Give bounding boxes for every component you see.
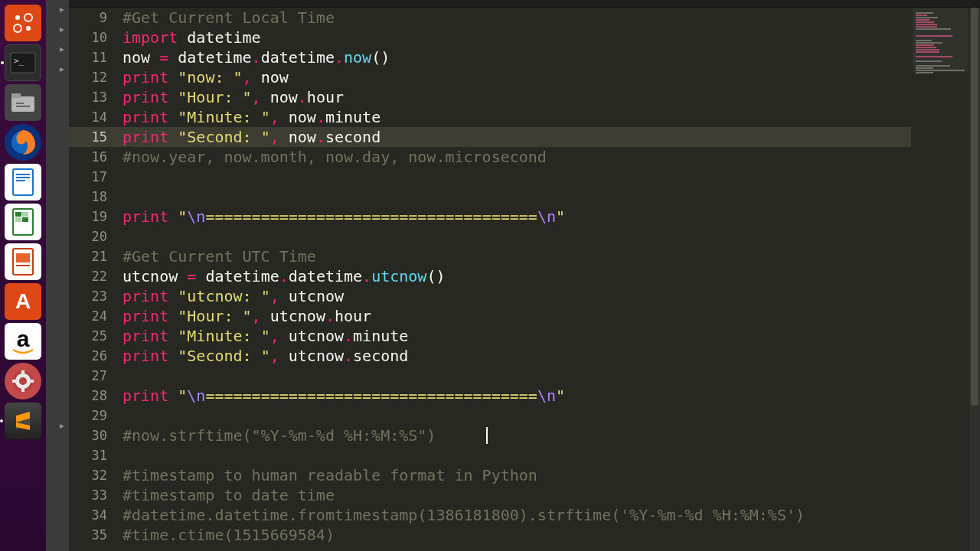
code-line[interactable]: print "Second: ", now.second [118, 127, 911, 147]
line-number: 17 [69, 167, 118, 187]
code-line[interactable]: #datetime.datetime.fromtimestamp(1386181… [118, 505, 911, 525]
svg-rect-24 [21, 370, 24, 375]
code-line[interactable]: utcnow = datetime.datetime.utcnow() [118, 266, 911, 286]
code-area[interactable]: #Get Current Local Timeimport datetimeno… [118, 8, 911, 551]
code-line[interactable]: now = datetime.datetime.now() [118, 47, 911, 67]
tab-bar[interactable] [69, 0, 980, 8]
svg-rect-27 [29, 380, 34, 383]
svg-rect-22 [16, 265, 30, 266]
code-line[interactable]: #timestamp to human readable format in P… [118, 465, 911, 485]
line-number: 26 [69, 346, 118, 366]
svg-rect-12 [16, 174, 30, 175]
line-number: 23 [69, 286, 118, 306]
fold-marker-icon[interactable] [60, 47, 64, 52]
code-editor: 9101112131415161718192021222324252627282… [69, 0, 980, 551]
code-line[interactable] [118, 445, 911, 465]
svg-rect-26 [12, 380, 17, 383]
code-line[interactable] [118, 406, 911, 425]
code-line[interactable] [118, 227, 911, 246]
code-line[interactable]: #Get Current UTC Time [118, 246, 911, 266]
writer-icon[interactable] [5, 164, 41, 201]
terminal-icon[interactable]: >_ [5, 44, 41, 81]
code-line[interactable]: print "Second: ", utcnow.second [118, 346, 911, 366]
line-number: 18 [69, 187, 118, 207]
impress-icon[interactable] [5, 243, 41, 280]
unity-launcher: >_ A a [0, 0, 46, 551]
vertical-scrollbar[interactable] [969, 8, 980, 551]
svg-rect-13 [16, 177, 30, 178]
minimap[interactable] [913, 8, 968, 543]
line-number: 13 [69, 87, 118, 107]
line-number: 27 [69, 366, 118, 386]
code-line[interactable]: print "now: ", now [118, 67, 911, 87]
firefox-icon[interactable] [5, 124, 41, 161]
code-line[interactable] [118, 187, 911, 207]
svg-point-3 [26, 26, 31, 31]
svg-point-0 [15, 15, 20, 20]
amazon-icon[interactable]: a [5, 323, 41, 360]
line-number: 16 [69, 147, 118, 167]
svg-rect-7 [11, 93, 21, 98]
code-line[interactable] [118, 366, 911, 386]
fold-marker-icon[interactable] [60, 424, 64, 429]
svg-rect-16 [15, 212, 21, 217]
files-icon[interactable] [5, 84, 41, 121]
code-line[interactable]: #time.ctime(1515669584) [118, 525, 911, 545]
code-line[interactable]: import datetime [118, 28, 911, 47]
svg-rect-19 [22, 217, 28, 222]
fold-marker-icon[interactable] [60, 67, 64, 72]
line-number: 22 [69, 266, 118, 286]
line-number: 12 [69, 67, 118, 87]
line-number: 14 [69, 107, 118, 127]
dash-icon[interactable] [5, 5, 41, 41]
line-number: 10 [69, 28, 118, 47]
line-number: 24 [69, 306, 118, 326]
fold-marker-icon[interactable] [60, 28, 64, 32]
line-number: 31 [69, 445, 118, 465]
line-number: 15 [69, 127, 118, 147]
svg-rect-25 [21, 387, 24, 392]
code-line[interactable]: print "Minute: ", utcnow.minute [118, 326, 911, 346]
settings-gear-icon[interactable] [5, 363, 41, 399]
line-number-gutter: 9101112131415161718192021222324252627282… [69, 8, 118, 551]
svg-rect-14 [16, 180, 25, 181]
sublime-icon[interactable] [5, 403, 41, 439]
code-line[interactable]: #Get Current Local Time [118, 8, 911, 28]
line-number: 25 [69, 326, 118, 346]
svg-rect-17 [22, 212, 28, 217]
line-number: 32 [69, 465, 118, 485]
line-number: 9 [69, 8, 118, 28]
code-line[interactable]: print "Hour: ", utcnow.hour [118, 306, 911, 326]
code-line[interactable]: #now.strftime("%Y-%m-%d %H:%M:%S") [118, 425, 911, 445]
code-line[interactable]: print "\n===============================… [118, 207, 911, 227]
line-number: 11 [69, 47, 118, 67]
svg-rect-8 [16, 103, 24, 104]
calc-icon[interactable] [5, 204, 41, 240]
line-number: 28 [69, 386, 118, 406]
code-line[interactable]: print "Hour: ", now.hour [118, 87, 911, 107]
line-number: 29 [69, 406, 118, 425]
line-number: 19 [69, 207, 118, 227]
line-number: 21 [69, 246, 118, 266]
svg-rect-21 [16, 253, 30, 262]
scrollbar-thumb[interactable] [971, 8, 978, 406]
line-number: 33 [69, 485, 118, 505]
svg-text:>_: >_ [14, 56, 24, 66]
line-number: 35 [69, 525, 118, 545]
ubuntu-software-icon[interactable]: A [5, 283, 41, 320]
svg-rect-11 [13, 169, 33, 195]
fold-marker-icon[interactable] [60, 8, 64, 12]
line-number: 30 [69, 425, 118, 445]
code-line[interactable]: print "utcnow: ", utcnow [118, 286, 911, 306]
line-number: 34 [69, 505, 118, 525]
code-line[interactable]: print "Minute: ", now.minute [118, 107, 911, 127]
code-line[interactable]: print "\n===============================… [118, 386, 911, 406]
text-cursor [486, 427, 488, 444]
svg-point-1 [24, 14, 32, 21]
code-line[interactable]: #timestamp to date time [118, 485, 911, 505]
svg-rect-18 [15, 217, 21, 222]
code-line[interactable]: #now.year, now.month, now.day, now.micro… [118, 147, 911, 167]
editor-fold-gutter [46, 0, 69, 551]
code-line[interactable] [118, 167, 911, 187]
svg-point-2 [14, 24, 21, 32]
